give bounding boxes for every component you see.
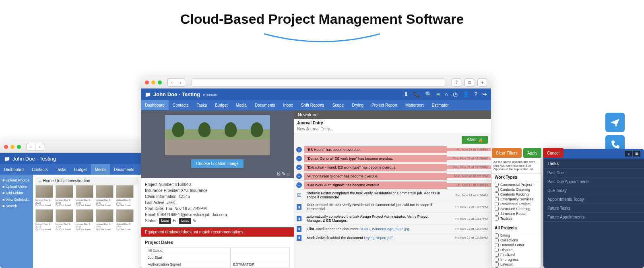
sidenav-search[interactable]: ■ Search xyxy=(2,203,31,209)
feed-row[interactable]: ▮automatically completed the task Assign… xyxy=(294,213,491,225)
feed-row[interactable]: −"Get Work Auth signed" has become overd… xyxy=(294,181,491,190)
tab-project-report[interactable]: Project Report xyxy=(367,100,401,110)
tab-tasks[interactable]: Tasks xyxy=(52,164,70,175)
tab-estimator[interactable]: Estimator xyxy=(428,100,453,110)
sidenav-add-folder[interactable]: ■ Add Folder xyxy=(2,190,31,196)
home-icon[interactable]: ⌂ xyxy=(445,91,448,97)
filter-lawsuit[interactable]: Lawsuit xyxy=(494,262,539,267)
feed-icon: − xyxy=(294,173,304,179)
menu-icon[interactable]: ≡ xyxy=(437,91,440,97)
feed-row[interactable]: −"Authorization Signed" has become overd… xyxy=(294,172,491,181)
phone-icon[interactable]: 📞 xyxy=(413,91,420,97)
cancel-button[interactable]: Cancel xyxy=(543,148,564,158)
filter-textiles[interactable]: Textiles xyxy=(494,216,539,221)
hero-title: Cloud-Based Project Management Software xyxy=(0,11,644,27)
save-button[interactable]: SAVE 🔒 xyxy=(462,136,488,144)
sidenav-upload-video[interactable]: ■ Upload Video xyxy=(2,183,31,190)
filter-contents-packing[interactable]: Contents Packing xyxy=(494,192,539,197)
filter-commercial-project[interactable]: Commercial Project xyxy=(494,182,539,187)
thumbnail[interactable]: Upload Dec 9, 2023By Clint Junell xyxy=(96,209,114,231)
task-section-past-due[interactable]: Past Due xyxy=(543,169,644,177)
task-section-appointments-today[interactable]: Appointments Today xyxy=(543,195,644,204)
tab-shift-reports[interactable]: Shift Reports xyxy=(297,100,328,110)
clock-icon[interactable]: ◷ xyxy=(453,91,458,97)
note-icon[interactable]: ▯ xyxy=(287,171,290,177)
feed-icon: ▮ xyxy=(294,235,304,241)
tab-budget[interactable]: Budget xyxy=(70,164,91,175)
tab-drying[interactable]: Drying xyxy=(348,100,367,110)
feed-row[interactable]: −"Extraction - wand, ES work type" has b… xyxy=(294,163,491,172)
tab-budget[interactable]: Budget xyxy=(211,100,232,110)
tabs-icon[interactable]: ⧉ xyxy=(464,78,474,87)
filter-billing[interactable]: Billing xyxy=(494,233,539,238)
sidenav-upload-photos[interactable]: ■ Upload Photos xyxy=(2,177,31,183)
thumbnail[interactable]: Upload Dec 9, 2023By Clint Junell xyxy=(56,185,73,207)
thumbnail[interactable]: Upload Dec 9, 2023By Clint Junell xyxy=(116,209,134,231)
breadcrumb[interactable]: ← Home / Initial Investigation xyxy=(35,177,138,185)
filter-dispute[interactable]: Dispute xyxy=(494,247,539,252)
filter-structure-cleaning[interactable]: Structure Cleaning xyxy=(494,206,539,211)
help-icon[interactable]: ? xyxy=(474,91,477,97)
apply-button[interactable]: Apply xyxy=(523,148,541,158)
feed-icon: − xyxy=(294,165,304,170)
tab-inbox[interactable]: Inbox xyxy=(279,100,297,110)
traffic-lights xyxy=(145,80,162,85)
filter-finalized[interactable]: Finalized xyxy=(494,252,539,257)
filter-emergency-services[interactable]: Emergency Services xyxy=(494,197,539,202)
user-icon[interactable]: 👤 xyxy=(462,91,469,97)
journal-input[interactable] xyxy=(297,126,488,132)
tab-dashboard[interactable]: Dashboard xyxy=(141,100,169,110)
task-section-future-tasks[interactable]: Future Tasks xyxy=(543,204,644,213)
tab-documents[interactable]: Documents xyxy=(110,164,138,175)
tab-contacts[interactable]: Contacts xyxy=(169,100,192,110)
tab-documents[interactable]: Documents xyxy=(251,100,279,110)
thumbnail[interactable]: Upload Dec 9, 2023By Clint Junell xyxy=(96,185,114,207)
choose-location-button[interactable]: Choose Location Image xyxy=(191,159,244,168)
edit-icon[interactable]: ✎ xyxy=(282,171,286,177)
copy-icon[interactable]: ⎘ xyxy=(277,171,280,177)
nav-arrows[interactable]: ‹› xyxy=(27,143,44,151)
nav-arrows[interactable]: ‹› xyxy=(167,78,185,87)
tab-media[interactable]: Media xyxy=(232,100,251,110)
clear-filters-button[interactable]: Clear Filters xyxy=(492,148,522,158)
address-bar[interactable] xyxy=(192,78,445,87)
newsfeed-list: −"ES Hours" has become overdue.Fri, Nov … xyxy=(294,145,491,268)
search-icon[interactable]: 🔍 xyxy=(425,91,432,97)
task-section-future-appointments[interactable]: Future Appointments xyxy=(543,213,644,222)
sidenav-view-deleted-files[interactable]: ■ View Deleted Files xyxy=(2,196,31,203)
filter-residential-project[interactable]: Residential Project xyxy=(494,202,539,206)
thumbnail[interactable]: Upload Dec 9, 2023By Clint Junell xyxy=(116,185,134,207)
task-section-due-today[interactable]: Due Today xyxy=(543,186,644,195)
filter-in-progress[interactable]: In-progress xyxy=(494,257,539,262)
feed-row[interactable]: ☑Stefanie Foster completed the task Veri… xyxy=(294,190,491,201)
feed-row[interactable]: −"Demo, General, ES work type" has becom… xyxy=(294,154,491,163)
thumbnail[interactable]: Upload Dec 9, 2023By Clint Junell xyxy=(56,209,73,231)
thumbnail[interactable]: Upload Dec 9, 2023By Clint Junell xyxy=(76,209,93,231)
tab-dashboard[interactable]: Dashboard xyxy=(0,164,28,175)
filter-collections[interactable]: Collections xyxy=(494,238,539,243)
date-row: All Dates xyxy=(145,247,290,254)
edit-icon[interactable]: ✎ xyxy=(193,218,196,224)
thumbnail[interactable]: Upload Dec 9, 2023By Clint Junell xyxy=(35,209,53,231)
feed-row[interactable]: ▮Clint Junell added the document BODC_Wi… xyxy=(294,225,491,233)
tab-media[interactable]: Media xyxy=(91,164,110,175)
download-icon[interactable]: ⬇ xyxy=(404,91,409,97)
filter-structure-repair[interactable]: Structure Repair xyxy=(494,211,539,216)
tab-tasks[interactable]: Tasks xyxy=(192,100,211,110)
share-icon[interactable]: ⇪ xyxy=(452,78,461,87)
tab-scope[interactable]: Scope xyxy=(328,100,348,110)
thumbnail[interactable]: Upload Dec 9, 2023By Clint Junell xyxy=(76,185,93,207)
feed-row[interactable]: ▮Mark Zedwick added the document Drying … xyxy=(294,233,491,242)
tab-matterport[interactable]: Matterport xyxy=(401,100,428,110)
logout-icon[interactable]: ↪ xyxy=(482,91,487,97)
floating-button-top[interactable] xyxy=(605,113,625,132)
task-section-past-due-appointments[interactable]: Past Due Appointments xyxy=(543,177,644,186)
feed-row[interactable]: ▮DOX created the task Verify Residential… xyxy=(294,201,491,213)
filter-demand-letter[interactable]: Demand Letter xyxy=(494,243,539,247)
tab-contacts[interactable]: Contacts xyxy=(28,164,52,175)
view-toggle[interactable]: ≡▦ xyxy=(625,150,641,157)
thumbnail[interactable]: Upload Dec 9, 2023By Clint Junell xyxy=(35,185,53,207)
add-tab-icon[interactable]: ＋ xyxy=(477,78,487,87)
filter-contents-cleaning[interactable]: Contents Cleaning xyxy=(494,187,539,192)
feed-row[interactable]: −"ES Hours" has become overdue.Fri, Nov … xyxy=(294,145,491,154)
